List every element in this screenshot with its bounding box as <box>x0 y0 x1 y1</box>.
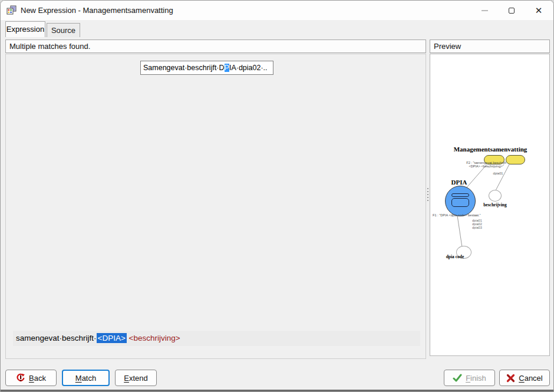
maximize-button[interactable] <box>498 1 525 20</box>
diagram-title: Managementsamenvatting <box>437 146 543 153</box>
title-bar: New Expression - Managementsamenvatting … <box>1 1 553 20</box>
window-bottom-edge <box>1 390 553 391</box>
expression-token-dpia[interactable]: <DPIA> <box>97 333 127 343</box>
match-button[interactable]: Match <box>62 370 110 386</box>
minimize-icon <box>482 10 488 11</box>
window-title: New Expression - Managementsamenvatting <box>21 1 173 20</box>
input-text-before: Samengevat·beschrijft·D <box>143 64 225 72</box>
finish-check-icon <box>453 374 462 382</box>
fact1-instances: dpia01 dpia02 dpia03 <box>472 219 494 230</box>
input-text-after: IA·dpia02·.. <box>229 64 268 72</box>
back-revert-icon <box>16 373 25 383</box>
preview-diagram: Managementsamenvatting F2 : "samengevat … <box>430 54 550 356</box>
entity-dpia-label: DPIA <box>436 179 483 186</box>
tab-source[interactable]: Source <box>47 23 80 37</box>
extend-button[interactable]: Extend <box>115 370 157 386</box>
dialog-window: New Expression - Managementsamenvatting … <box>0 0 554 392</box>
entity-dpia-glyph-top <box>451 193 469 197</box>
finish-button[interactable]: Finish <box>444 370 495 386</box>
expression-token-beschrijving[interactable]: <beschrijving> <box>129 334 180 342</box>
cancel-button[interactable]: Cancel <box>499 370 550 386</box>
expression-row[interactable]: samengevat·beschrijft·<DPIA> <beschrijvi… <box>13 331 420 346</box>
maximize-icon <box>509 8 515 14</box>
preview-header: Preview <box>430 39 550 53</box>
entity-dpia-glyph-body <box>451 198 469 207</box>
close-icon: ✕ <box>535 6 543 15</box>
role-beschrijving-ellipse <box>489 190 502 202</box>
status-message: Multiple matches found. <box>5 39 426 53</box>
tab-expression[interactable]: Expression <box>5 21 45 37</box>
entity-dpia-code-label: dpia code <box>431 254 479 259</box>
match-text-input[interactable]: Samengevat·beschrijft·DPIA·dpia02·.. <box>140 61 273 75</box>
cancel-x-icon <box>506 374 515 383</box>
fact1-label: F1 : "DPIA <dpia code> bestaat." <box>433 213 491 217</box>
expression-canvas: Samengevat·beschrijft·DPIA·dpia02·.. sam… <box>5 54 426 359</box>
splitter-grip-icon <box>427 188 428 203</box>
input-selected-char: P <box>225 64 229 72</box>
expression-prefix: samengevat·beschrijft· <box>16 334 97 342</box>
role-beschrijving-label: beschrijving <box>471 202 519 207</box>
fact2-instance: dpia01 <box>480 172 516 175</box>
back-button[interactable]: Back <box>5 370 57 386</box>
fact2-label: F2 : "samengevat beschrijft <DPIA> <besc… <box>448 161 525 168</box>
minimize-button[interactable] <box>471 1 498 20</box>
app-icon <box>6 5 17 15</box>
close-button[interactable]: ✕ <box>525 1 552 20</box>
